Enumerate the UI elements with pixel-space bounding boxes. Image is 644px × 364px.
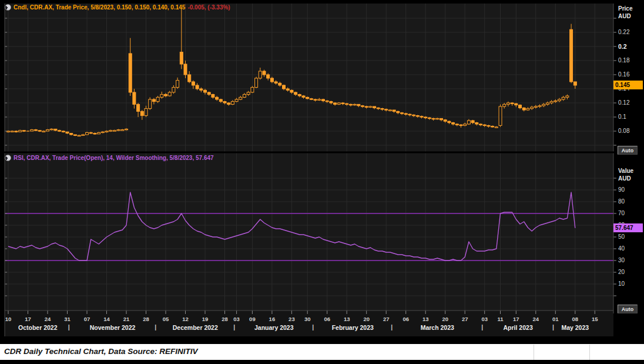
month-separator: | bbox=[552, 323, 554, 330]
rsi-axis-auto-button[interactable]: Auto bbox=[618, 305, 638, 313]
date-tick-label: 16 bbox=[264, 316, 280, 322]
month-separator: | bbox=[233, 323, 235, 330]
rsi-pane-legend[interactable]: RSI, CDR.AX, Trade Price(Open), 14, Wild… bbox=[5, 155, 214, 161]
footer-cell-divider bbox=[589, 345, 590, 360]
month-separator: | bbox=[68, 323, 70, 330]
price-plot-area[interactable] bbox=[5, 4, 613, 152]
month-separator: | bbox=[391, 323, 393, 330]
date-tick-label: 06 bbox=[320, 316, 335, 322]
date-tick-label: 24 bbox=[40, 316, 55, 322]
month-label: December 2022 bbox=[163, 324, 227, 331]
month-label: November 2022 bbox=[80, 324, 145, 331]
date-tick-label: 30 bbox=[300, 316, 315, 322]
date-tick-label: 03 bbox=[229, 316, 244, 322]
last-rsi-value-badge: 57.647 bbox=[613, 223, 643, 232]
chart-canvas[interactable] bbox=[0, 0, 644, 340]
date-tick-label: 28 bbox=[139, 316, 154, 322]
date-tick-label: 21 bbox=[119, 316, 134, 322]
date-tick-label: 11 bbox=[493, 316, 508, 322]
date-tick-label: 10 bbox=[1, 316, 16, 322]
rsi-tick-label: 90 bbox=[618, 186, 625, 193]
month-label: April 2023 bbox=[486, 324, 551, 331]
date-tick-label: 05 bbox=[158, 316, 173, 322]
rsi-plot-area[interactable] bbox=[5, 153, 613, 310]
footer-caption: CDR Daily Technical Chart, Data Source: … bbox=[4, 347, 198, 356]
rsi-tick-label: 30 bbox=[618, 257, 625, 263]
rsi-tick-label: 70 bbox=[618, 210, 625, 216]
clock-icon[interactable] bbox=[5, 4, 11, 11]
price-legend-text: Cndl, CDR.AX, Trade Price, 5/8/2023, 0.1… bbox=[14, 4, 185, 11]
rsi-tick-label: 20 bbox=[618, 269, 625, 275]
date-tick-label: 20 bbox=[438, 316, 453, 322]
rsi-legend-text: RSI, CDR.AX, Trade Price(Open), 14, Wild… bbox=[14, 155, 214, 161]
rsi-tick-label: 10 bbox=[618, 280, 625, 287]
last-price-badge: 0.145 bbox=[613, 81, 643, 89]
date-tick-label: 23 bbox=[284, 316, 299, 322]
price-axis-unit: AUD bbox=[618, 13, 631, 19]
date-tick-label: 09 bbox=[244, 316, 260, 322]
price-tick-label: 0.12 bbox=[618, 99, 629, 106]
price-tick-label: 0.18 bbox=[618, 57, 629, 64]
date-tick-label: 08 bbox=[568, 316, 583, 322]
price-axis-title: Price bbox=[618, 5, 632, 12]
date-tick-label: 14 bbox=[99, 316, 115, 322]
month-label: October 2022 bbox=[5, 324, 70, 331]
footer-bar: CDR Daily Technical Chart, Data Source: … bbox=[0, 344, 644, 360]
date-tick-label: 06 bbox=[398, 316, 414, 322]
price-pane-legend[interactable]: Cndl, CDR.AX, Trade Price, 5/8/2023, 0.1… bbox=[5, 4, 230, 11]
price-axis-auto-button[interactable]: Auto bbox=[618, 146, 638, 155]
date-tick-label: 01 bbox=[548, 316, 563, 322]
price-tick-label: 0.1 bbox=[618, 113, 626, 120]
month-separator: | bbox=[481, 323, 483, 330]
rsi-axis-unit: AUD bbox=[618, 175, 631, 182]
rsi-tick-label: 80 bbox=[618, 198, 625, 205]
month-separator: | bbox=[312, 323, 314, 330]
rsi-axis-title: Value bbox=[618, 168, 633, 174]
month-label: February 2023 bbox=[320, 324, 385, 331]
price-tick-label: 0.22 bbox=[618, 29, 629, 35]
month-separator: | bbox=[155, 323, 156, 330]
rsi-tick-label: 40 bbox=[618, 245, 625, 252]
price-change-text: -0.005, (-3.33%) bbox=[187, 4, 230, 11]
date-tick-label: 27 bbox=[457, 316, 472, 322]
date-axis-area bbox=[5, 310, 613, 336]
clock-icon[interactable] bbox=[5, 155, 11, 161]
price-tick-label: 0.08 bbox=[618, 128, 629, 134]
price-tick-label: 0.2 bbox=[618, 43, 627, 50]
technical-chart-window: Cndl, CDR.AX, Trade Price, 5/8/2023, 0.1… bbox=[0, 0, 644, 364]
footer-cell-divider bbox=[534, 345, 534, 360]
date-tick-label: 15 bbox=[587, 316, 602, 322]
month-label: January 2023 bbox=[242, 324, 306, 331]
date-tick-label: 17 bbox=[508, 316, 524, 322]
date-tick-label: 27 bbox=[378, 316, 394, 322]
price-tick-label: 0.16 bbox=[618, 71, 629, 78]
date-tick-label: 13 bbox=[418, 316, 433, 322]
date-tick-label: 19 bbox=[197, 316, 213, 322]
date-tick-label: 07 bbox=[79, 316, 95, 322]
pane-backgrounds[interactable] bbox=[5, 4, 613, 336]
date-tick-label: 13 bbox=[339, 316, 354, 322]
date-tick-label: 24 bbox=[528, 316, 544, 322]
date-tick-label: 31 bbox=[60, 316, 75, 322]
month-label: March 2023 bbox=[405, 324, 469, 331]
rsi-tick-label: 50 bbox=[618, 233, 625, 240]
date-tick-label: 03 bbox=[477, 316, 492, 322]
date-tick-label: 17 bbox=[21, 316, 36, 322]
date-tick-label: 20 bbox=[359, 316, 374, 322]
date-tick-label: 12 bbox=[178, 316, 193, 322]
